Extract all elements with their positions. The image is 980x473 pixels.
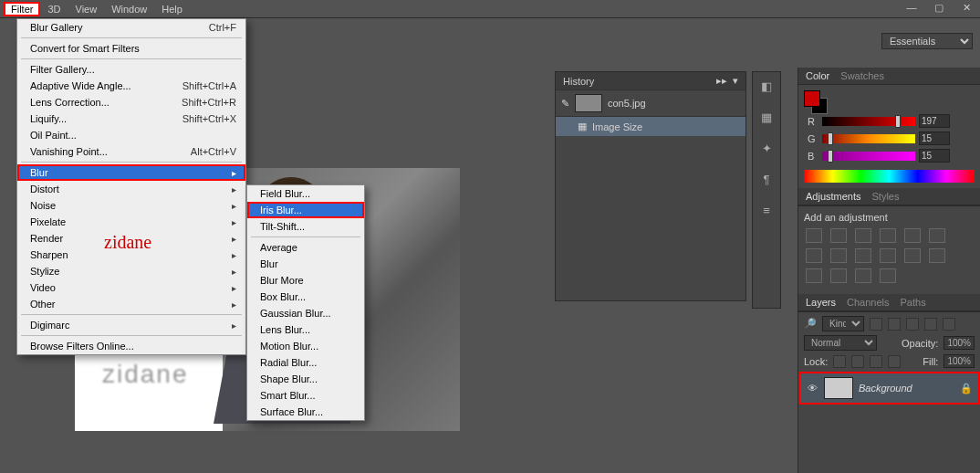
menu-item-filter-gallery[interactable]: Filter Gallery...: [17, 61, 245, 78]
menu-item-liquify[interactable]: Liquify...Shift+Ctrl+X: [17, 110, 245, 127]
r-input[interactable]: [919, 114, 950, 128]
adjust-icon[interactable]: [929, 248, 945, 263]
tab-color[interactable]: Color: [806, 70, 829, 81]
menu-item-video[interactable]: Video: [17, 279, 245, 296]
fg-bg-swatch[interactable]: [804, 90, 828, 114]
ribbon-icon[interactable]: ¶: [758, 173, 775, 189]
menu-item-oil-paint[interactable]: Oil Paint...: [17, 127, 245, 143]
r-slider[interactable]: [822, 117, 915, 126]
menu-view[interactable]: View: [68, 2, 105, 16]
tab-styles[interactable]: Styles: [872, 191, 900, 202]
adjust-icon[interactable]: [855, 228, 871, 243]
adjust-icon[interactable]: [904, 228, 921, 243]
workspace-selector[interactable]: Essentials: [881, 33, 973, 49]
tab-adjustments[interactable]: Adjustments: [806, 191, 861, 202]
filter-adjust-icon[interactable]: [888, 318, 901, 331]
menu-item-lens-correction[interactable]: Lens Correction...Shift+Ctrl+R: [17, 94, 245, 110]
adjust-icon[interactable]: [830, 228, 847, 243]
submenu-iris-blur[interactable]: Iris Blur...: [247, 202, 364, 218]
filter-smart-icon[interactable]: [943, 318, 955, 331]
history-thumbnail: [575, 94, 602, 112]
history-row[interactable]: ✎con5.jpg: [556, 89, 745, 116]
right-panels: Color Swatches R G B Adjustments Styles …: [798, 68, 980, 473]
adjust-icon[interactable]: [929, 228, 945, 243]
submenu-tilt-shift[interactable]: Tilt-Shift...: [247, 218, 364, 235]
filter-pixel-icon[interactable]: [870, 318, 882, 331]
submenu-motion-blur[interactable]: Motion Blur...: [247, 338, 364, 354]
history-row[interactable]: ▦Image Size: [556, 116, 745, 136]
tab-channels[interactable]: Channels: [847, 297, 889, 308]
close-button[interactable]: ✕: [958, 2, 975, 14]
b-slider[interactable]: [822, 152, 915, 161]
history-collapse-icon[interactable]: ▸▸: [716, 75, 727, 87]
visibility-icon[interactable]: 👁: [806, 383, 818, 394]
submenu-box-blur[interactable]: Box Blur...: [247, 289, 364, 305]
menu-item-stylize[interactable]: Stylize: [17, 263, 245, 279]
menu-item-distort[interactable]: Distort: [17, 181, 245, 197]
submenu-average[interactable]: Average: [247, 239, 364, 256]
g-input[interactable]: [919, 131, 950, 145]
blend-mode-select[interactable]: Normal: [804, 335, 877, 351]
filter-shape-icon[interactable]: [924, 318, 937, 331]
adjust-icon[interactable]: [806, 268, 822, 283]
menu-item-pixelate[interactable]: Pixelate: [17, 214, 245, 230]
adjust-icon[interactable]: [880, 228, 896, 243]
lock-brush-icon[interactable]: [851, 355, 864, 368]
adjust-icon[interactable]: [830, 268, 847, 283]
lock-icon: 🔒: [960, 383, 973, 394]
submenu-field-blur[interactable]: Field Blur...: [247, 185, 364, 202]
ribbon-icon[interactable]: ▦: [758, 110, 775, 127]
history-menu-icon[interactable]: ▾: [733, 75, 738, 87]
menu-filter[interactable]: Filter: [4, 2, 40, 16]
adjust-icon[interactable]: [880, 248, 896, 263]
menu-item-other[interactable]: Other: [17, 296, 245, 312]
submenu-shape-blur[interactable]: Shape Blur...: [247, 371, 364, 387]
submenu-smart-blur[interactable]: Smart Blur...: [247, 387, 364, 404]
lock-pixels-icon[interactable]: [833, 355, 846, 368]
adjust-icon[interactable]: [806, 228, 822, 243]
tab-swatches[interactable]: Swatches: [840, 70, 884, 81]
annotation-text: zidane: [104, 232, 151, 253]
g-slider[interactable]: [822, 134, 915, 143]
menu-item-blur-gallery[interactable]: Blur GalleryCtrl+F: [17, 19, 245, 36]
submenu-gaussian-blur[interactable]: Gaussian Blur...: [247, 305, 364, 321]
menu-help[interactable]: Help: [154, 2, 190, 16]
layer-kind-select[interactable]: Kind: [822, 316, 864, 331]
b-input[interactable]: [919, 149, 950, 163]
tab-layers[interactable]: Layers: [806, 297, 836, 308]
adjust-icon[interactable]: [855, 268, 871, 283]
minimize-button[interactable]: —: [903, 2, 920, 14]
filter-type-icon[interactable]: [906, 318, 919, 331]
menu-item-adaptive-wide-angle[interactable]: Adaptive Wide Angle...Shift+Ctrl+A: [17, 78, 245, 94]
submenu-blur-more[interactable]: Blur More: [247, 272, 364, 289]
history-brush-icon: ✎: [561, 98, 569, 110]
menu-item-vanishing-point[interactable]: Vanishing Point...Alt+Ctrl+V: [17, 143, 245, 160]
adjust-icon[interactable]: [855, 248, 871, 263]
menu-item-digimarc[interactable]: Digimarc: [17, 317, 245, 333]
submenu-blur[interactable]: Blur: [247, 256, 364, 272]
menu-item-blur[interactable]: Blur: [17, 164, 245, 181]
adjust-icon[interactable]: [830, 248, 847, 263]
menu-window[interactable]: Window: [104, 2, 154, 16]
ribbon-icon[interactable]: ✦: [758, 142, 775, 158]
adjust-icon[interactable]: [806, 248, 822, 263]
submenu-radial-blur[interactable]: Radial Blur...: [247, 354, 364, 371]
tab-paths[interactable]: Paths: [901, 297, 926, 308]
lock-all-icon[interactable]: [888, 355, 901, 368]
layer-row[interactable]: 👁 Background 🔒: [798, 372, 980, 405]
adjust-icon[interactable]: [904, 248, 921, 263]
menu-item-browse-filters-online[interactable]: Browse Filters Online...: [17, 338, 245, 354]
menu-3d[interactable]: 3D: [40, 2, 68, 16]
submenu-surface-blur[interactable]: Surface Blur...: [247, 404, 364, 420]
lock-position-icon[interactable]: [870, 355, 882, 368]
submenu-lens-blur[interactable]: Lens Blur...: [247, 321, 364, 338]
ribbon-icon[interactable]: ◧: [758, 79, 775, 96]
menu-item-noise[interactable]: Noise: [17, 197, 245, 214]
opacity-value[interactable]: 100%: [944, 336, 975, 350]
ribbon-icon[interactable]: ≡: [758, 204, 775, 220]
fill-value[interactable]: 100%: [944, 354, 975, 368]
menu-item-convert-smart-filters[interactable]: Convert for Smart Filters: [17, 40, 245, 57]
maximize-button[interactable]: ▢: [931, 2, 947, 14]
adjust-icon[interactable]: [880, 268, 896, 283]
spectrum-strip[interactable]: [804, 170, 975, 183]
